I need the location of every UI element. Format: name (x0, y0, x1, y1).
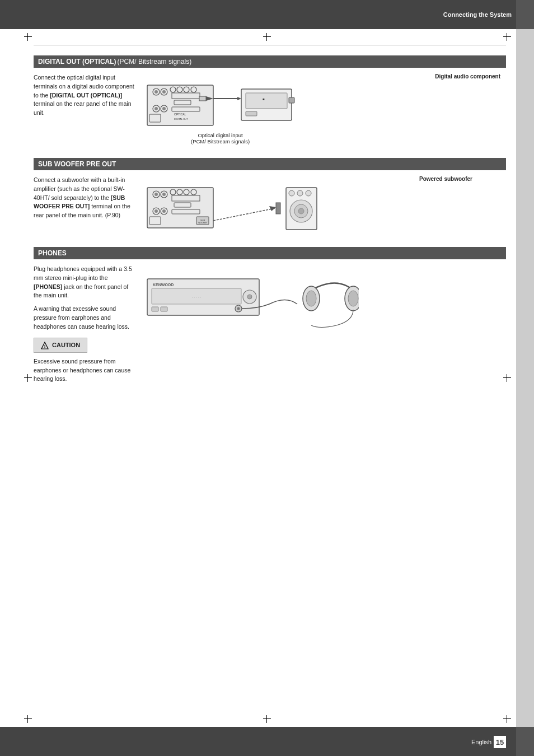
footer-language: English (471, 739, 491, 745)
svg-point-71 (306, 291, 316, 306)
svg-point-30 (154, 193, 158, 196)
page-number: 15 (494, 736, 506, 748)
svg-point-69 (247, 295, 252, 299)
svg-rect-27 (289, 97, 294, 103)
footer-bar: English 15 (0, 727, 534, 756)
optical-label-text: Optical digital input(PCM/ Bitstream sig… (191, 132, 250, 144)
footer-page-info: English 15 (471, 736, 506, 748)
svg-point-57 (306, 190, 311, 196)
phones-paragraph-1: Plug headphones equipped with a 3.5 mm s… (34, 265, 137, 300)
powered-subwoofer-label: Powered subwoofer (419, 176, 472, 182)
subwoofer-body: Connect a subwoofer with a built-in ampl… (34, 176, 506, 234)
phones-body: Plug headphones equipped with a 3.5 mm s… (34, 265, 506, 387)
svg-line-48 (213, 208, 275, 221)
main-content: DIGITAL OUT (OPTICAL) (PCM/ Bitstream si… (34, 45, 506, 711)
reg-mark-bl (22, 713, 34, 725)
subwoofer-diagram: Powered subwoofer (146, 176, 506, 234)
phones-paragraph-2: A warning that excessive sound pressure … (34, 305, 137, 331)
svg-text:!: ! (44, 344, 46, 349)
digital-out-body: Connect the optical digital input termin… (34, 73, 506, 144)
subwoofer-title-bar: SUB WOOFER PRE OUT (34, 158, 506, 170)
header-stripe (516, 0, 534, 29)
svg-rect-66 (152, 307, 158, 311)
svg-point-65 (237, 307, 240, 310)
svg-text:KENWOOD: KENWOOD (153, 283, 174, 287)
svg-point-73 (348, 291, 358, 306)
caution-icon: ! (41, 342, 49, 349)
digital-out-title-main: DIGITAL OUT (OPTICAL) (38, 58, 116, 66)
svg-point-14 (162, 107, 166, 110)
reg-mark-cb (261, 713, 273, 725)
digital-out-diagram: Digital audio component (146, 73, 506, 144)
digital-out-paragraph: Connect the optical digital input termin… (34, 73, 137, 118)
svg-text:WOOFER: WOOFER (198, 222, 207, 224)
phones-diagram: KENWOOD - - - - - (146, 265, 506, 387)
svg-rect-19 (199, 96, 206, 101)
digital-out-svg: OPTICAL DIGITAL OUT ■ (146, 81, 353, 131)
header-bar: Connecting the System (0, 0, 534, 29)
svg-rect-50 (276, 203, 280, 214)
svg-text:■: ■ (263, 97, 265, 101)
reg-mark-cl (22, 372, 34, 384)
caution-text: Excessive sound pressure from earphones … (34, 357, 137, 384)
svg-point-40 (154, 209, 158, 213)
subwoofer-text: Connect a subwoofer with a built-in ampl… (34, 176, 137, 234)
subwoofer-svg: SUB WOOFER (146, 183, 353, 234)
svg-point-32 (162, 193, 166, 196)
reg-mark-br (502, 713, 513, 725)
caution-box: ! CAUTION (34, 338, 87, 353)
phones-svg: KENWOOD - - - - - (146, 265, 359, 332)
svg-text:DIGITAL OUT: DIGITAL OUT (174, 118, 188, 120)
svg-point-12 (154, 107, 158, 110)
svg-point-54 (298, 208, 304, 214)
phones-text: Plug headphones equipped with a 3.5 mm s… (34, 265, 137, 387)
svg-text:- - - - -: - - - - - (192, 295, 202, 298)
phones-title-bar: PHONES (34, 247, 506, 259)
subwoofer-paragraph: Connect a subwoofer with a built-in ampl… (34, 176, 137, 220)
top-divider (34, 45, 506, 45)
subwoofer-title-main: SUB WOOFER PRE OUT (38, 160, 116, 168)
svg-rect-67 (161, 307, 167, 311)
reg-mark-ct (261, 31, 273, 43)
digital-out-title-sub: (PCM/ Bitstream signals) (118, 58, 192, 66)
section-phones: PHONES Plug headphones equipped with a 3… (34, 247, 506, 387)
footer-stripe (516, 727, 534, 756)
svg-point-55 (289, 190, 294, 196)
svg-text:OPTICAL: OPTICAL (174, 113, 186, 116)
svg-rect-26 (246, 111, 257, 116)
phones-title-main: PHONES (38, 249, 67, 257)
svg-point-56 (297, 190, 303, 196)
digital-out-title-bar: DIGITAL OUT (OPTICAL) (PCM/ Bitstream si… (34, 55, 506, 68)
section-title: Connecting the System (443, 0, 512, 29)
svg-point-42 (162, 209, 166, 213)
svg-marker-22 (237, 97, 241, 100)
section-subwoofer: SUB WOOFER PRE OUT Connect a subwoofer w… (34, 158, 506, 234)
right-sidebar (516, 29, 534, 727)
svg-rect-24 (246, 93, 287, 109)
digital-audio-component-label: Digital audio component (435, 73, 500, 80)
caution-label: CAUTION (52, 340, 80, 350)
digital-out-text: Connect the optical digital input termin… (34, 73, 137, 144)
svg-marker-49 (269, 206, 276, 211)
svg-point-2 (154, 90, 158, 94)
reg-mark-tl (22, 31, 34, 43)
reg-mark-tr (502, 31, 513, 43)
section-digital-out: DIGITAL OUT (OPTICAL) (PCM/ Bitstream si… (34, 55, 506, 144)
optical-input-label: Optical digital input(PCM/ Bitstream sig… (191, 132, 250, 144)
svg-point-4 (162, 90, 166, 94)
